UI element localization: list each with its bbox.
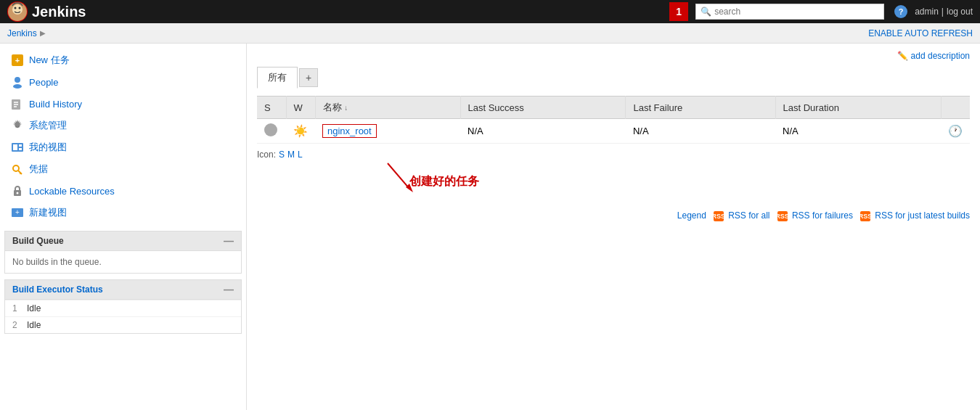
col-actions xyxy=(941,97,970,119)
svg-point-2 xyxy=(15,7,17,9)
settings-icon xyxy=(10,118,25,133)
header-logo: Jenkins xyxy=(7,1,86,22)
search-input[interactable] xyxy=(714,7,874,17)
help-icon[interactable]: ? xyxy=(894,5,907,18)
sidebar-item-new-view[interactable]: + 新建视图 xyxy=(0,202,246,224)
new-task-label[interactable]: New 任务 xyxy=(29,54,70,67)
credentials-icon xyxy=(10,162,25,176)
col-s: S xyxy=(257,97,286,119)
table-header-row: S W 名称 ↓ Last Success Last Failure Last … xyxy=(257,97,970,119)
sidebar-item-build-history[interactable]: Build History xyxy=(0,93,246,115)
annotation-text: 创建好的任务 xyxy=(409,174,479,189)
icon-size-s[interactable]: S xyxy=(279,149,285,160)
new-view-icon: + xyxy=(10,205,25,220)
content-area: ✏️ add description 所有 + S W 名称 ↓ Last Su… xyxy=(247,44,980,410)
search-icon: 🔍 xyxy=(701,7,711,17)
col-name: 名称 ↓ xyxy=(315,97,460,119)
icon-annotation-area: Icon: S M L 创建好的任务 xyxy=(257,149,970,203)
job-link[interactable]: nginx_root xyxy=(322,124,377,138)
svg-rect-19 xyxy=(20,173,22,174)
lockable-icon xyxy=(10,184,25,198)
cell-status xyxy=(257,119,286,144)
icon-size-m[interactable]: M xyxy=(287,149,295,160)
legend-link[interactable]: Legend xyxy=(677,210,706,221)
main-layout: + New 任务 People Build History 系统管理 xyxy=(0,44,980,410)
arrow-area: 创建好的任务 xyxy=(257,160,970,203)
executor-num-2: 2 xyxy=(12,320,21,330)
svg-text:+: + xyxy=(15,56,20,65)
jenkins-logo-icon xyxy=(7,1,28,22)
col-last-failure: Last Failure xyxy=(626,97,775,119)
sidebar-item-people[interactable]: People xyxy=(0,71,246,93)
new-task-icon: + xyxy=(10,53,25,67)
system-manage-label[interactable]: 系统管理 xyxy=(29,119,67,132)
build-queue-section: Build Queue — No builds in the queue. xyxy=(4,231,242,274)
add-description-area: ✏️ add description xyxy=(257,51,970,61)
rss-all-item: RSS RSS for all xyxy=(714,210,770,221)
build-queue-empty: No builds in the queue. xyxy=(12,257,102,267)
sidebar-item-my-views[interactable]: 我的视图 xyxy=(0,136,246,158)
build-history-label[interactable]: Build History xyxy=(29,99,82,110)
pencil-icon: ✏️ xyxy=(897,51,908,61)
rss-failures-link[interactable]: RSS for failures xyxy=(792,210,853,221)
schedule-icon[interactable]: 🕐 xyxy=(948,125,963,137)
sidebar-item-system-manage[interactable]: 系统管理 xyxy=(0,115,246,136)
new-view-label[interactable]: 新建视图 xyxy=(29,206,67,219)
cell-last-success: N/A xyxy=(460,119,626,144)
search-box: 🔍 xyxy=(695,4,884,20)
rss-all-icon: RSS xyxy=(714,211,724,221)
executor-status-2: Idle xyxy=(27,320,41,330)
people-label[interactable]: People xyxy=(29,77,58,88)
app-title: Jenkins xyxy=(32,4,86,20)
svg-point-6 xyxy=(15,77,20,83)
svg-rect-15 xyxy=(19,144,22,147)
icon-size-row: Icon: S M L xyxy=(257,149,970,160)
cell-last-failure: N/A xyxy=(626,119,775,144)
separator: | xyxy=(942,7,944,17)
sidebar-item-credentials[interactable]: 凭据 xyxy=(0,158,246,180)
build-executor-collapse[interactable]: — xyxy=(224,284,234,295)
svg-point-21 xyxy=(17,192,19,194)
svg-line-24 xyxy=(388,163,409,189)
my-views-icon xyxy=(10,140,25,155)
build-executor-title[interactable]: Build Executor Status xyxy=(12,284,103,295)
executor-row-1: 1 Idle xyxy=(5,300,241,316)
breadcrumb-home[interactable]: Jenkins xyxy=(7,28,37,38)
sidebar-item-new[interactable]: + New 任务 xyxy=(0,49,246,71)
rss-failures-icon: RSS xyxy=(777,211,788,221)
logout-link[interactable]: log out xyxy=(947,7,973,17)
svg-rect-14 xyxy=(13,144,17,150)
rss-latest-link[interactable]: RSS for just latest builds xyxy=(875,210,970,221)
cell-schedule: 🕐 xyxy=(941,119,970,144)
credentials-label[interactable]: 凭据 xyxy=(29,163,48,176)
build-queue-header: Build Queue — xyxy=(5,231,241,251)
svg-point-17 xyxy=(13,165,19,171)
breadcrumb: Jenkins ▶ xyxy=(7,28,46,38)
col-last-success: Last Success xyxy=(460,97,626,119)
table-row: ☀️ nginx_root N/A N/A N/A 🕐 xyxy=(257,119,970,144)
cell-name: nginx_root xyxy=(315,119,460,144)
admin-link[interactable]: admin xyxy=(915,7,939,17)
tab-all[interactable]: 所有 xyxy=(257,67,298,89)
build-queue-collapse[interactable]: — xyxy=(224,235,234,247)
people-icon xyxy=(10,75,25,89)
header: Jenkins 1 🔍 ? admin | log out xyxy=(0,0,980,23)
icon-label: Icon: xyxy=(257,149,276,160)
cell-weather: ☀️ xyxy=(286,119,315,144)
notification-badge[interactable]: 1 xyxy=(669,2,688,21)
my-views-label[interactable]: 我的视图 xyxy=(29,141,67,154)
rss-all-link[interactable]: RSS for all xyxy=(728,210,769,221)
build-queue-content: No builds in the queue. xyxy=(5,251,241,273)
icon-size-l[interactable]: L xyxy=(298,149,303,160)
auto-refresh-link[interactable]: ENABLE AUTO REFRESH xyxy=(868,28,973,38)
tab-add[interactable]: + xyxy=(299,68,318,87)
executor-status-1: Idle xyxy=(27,303,41,313)
sidebar-item-lockable[interactable]: Lockable Resources xyxy=(0,180,246,202)
svg-rect-16 xyxy=(19,148,22,150)
weather-sun-icon: ☀️ xyxy=(293,124,308,139)
sidebar: + New 任务 People Build History 系统管理 xyxy=(0,44,247,410)
user-links: admin | log out xyxy=(915,7,973,17)
add-description-link[interactable]: add description xyxy=(911,51,970,61)
lockable-label[interactable]: Lockable Resources xyxy=(29,186,115,197)
rss-latest-item: RSS RSS for just latest builds xyxy=(860,210,970,221)
